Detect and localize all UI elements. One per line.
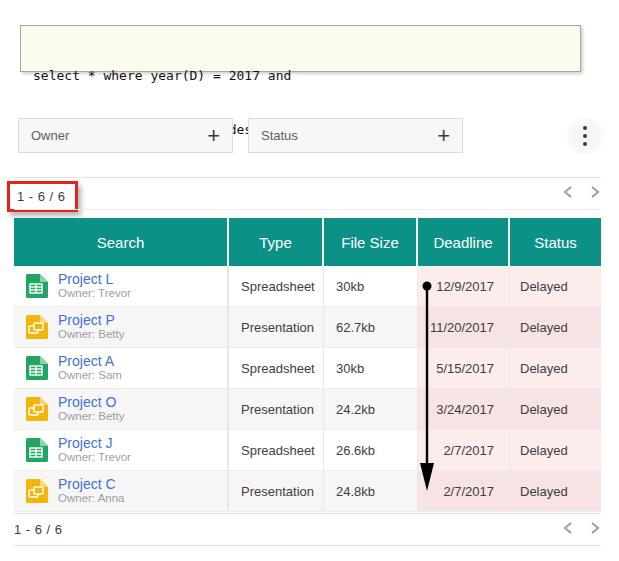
deadline-cell: 12/9/2017 [418,266,510,307]
spreadsheet-icon [23,437,49,463]
query-line-1: select * where year(D) = 2017 and [33,67,568,85]
deadline-cell: 2/7/2017 [418,471,510,512]
chevron-left-icon[interactable] [562,521,573,535]
pagination-controls-bottom [562,521,601,535]
table-row: Project C Owner: Anna Presentation 24.8k… [14,471,601,512]
kebab-menu-button[interactable] [566,117,604,155]
presentation-icon [23,478,49,504]
type-cell: Spreadsheet [229,266,324,307]
type-cell: Spreadsheet [229,430,324,471]
owner-label: Owner: Trevor [58,451,131,464]
presentation-icon [23,314,49,340]
project-link[interactable]: Project O [58,394,124,410]
file-size-cell: 24.8kb [324,471,418,512]
type-cell: Presentation [229,307,324,348]
pagination-controls-top [562,185,601,199]
pagination-range-bottom: 1 - 6 / 6 [14,522,63,537]
kebab-dot [583,142,587,146]
divider [14,177,601,178]
project-link[interactable]: Project J [58,435,131,451]
filter-owner-label: Owner [31,128,69,143]
project-link[interactable]: Project L [58,271,131,287]
status-cell: Delayed [510,430,601,471]
chevron-right-icon[interactable] [590,185,601,199]
table-row: Project P Owner: Betty Presentation 62.7… [14,307,601,348]
status-cell: Delayed [510,471,601,512]
divider [14,545,601,546]
owner-label: Owner: Anna [58,492,124,505]
table-row: Project A Owner: Sam Spreadsheet 30kb 5/… [14,348,601,389]
type-cell: Presentation [229,471,324,512]
header-type[interactable]: Type [229,218,324,266]
project-link[interactable]: Project C [58,476,124,492]
presentation-icon [23,396,49,422]
deadline-cell: 5/15/2017 [418,348,510,389]
status-cell: Delayed [510,307,601,348]
type-cell: Spreadsheet [229,348,324,389]
file-size-cell: 30kb [324,348,418,389]
table-row: Project L Owner: Trevor Spreadsheet 30kb… [14,266,601,307]
kebab-dot [583,134,587,138]
file-size-cell: 26.6kb [324,430,418,471]
spreadsheet-icon [23,273,49,299]
add-filter-icon[interactable]: + [437,125,450,147]
table-row: Project J Owner: Trevor Spreadsheet 26.6… [14,430,601,471]
add-filter-icon[interactable]: + [207,125,220,147]
status-cell: Delayed [510,348,601,389]
status-cell: Delayed [510,389,601,430]
chevron-right-icon[interactable] [590,521,601,535]
kebab-dot [583,126,587,130]
filter-status-label: Status [261,128,298,143]
owner-label: Owner: Betty [58,410,124,423]
annotation-red-box: 1 - 6 / 6 [7,181,78,212]
divider [14,209,601,210]
spreadsheet-icon [23,355,49,381]
status-cell: Delayed [510,266,601,307]
chevron-left-icon[interactable] [562,185,573,199]
table-header-row: Search Type File Size Deadline Status [14,218,601,266]
header-file-size[interactable]: File Size [324,218,418,266]
results-table: Search Type File Size Deadline Status [14,218,601,512]
project-link[interactable]: Project P [58,312,124,328]
project-link[interactable]: Project A [58,353,122,369]
file-size-cell: 30kb [324,266,418,307]
owner-label: Owner: Betty [58,328,124,341]
deadline-cell: 3/24/2017 [418,389,510,430]
header-status[interactable]: Status [510,218,601,266]
filter-owner[interactable]: Owner + [18,118,233,153]
divider [14,513,601,514]
header-search[interactable]: Search [14,218,229,266]
file-size-cell: 62.7kb [324,307,418,348]
deadline-cell: 2/7/2017 [418,430,510,471]
header-deadline[interactable]: Deadline [418,218,510,266]
table-row: Project O Owner: Betty Presentation 24.2… [14,389,601,430]
type-cell: Presentation [229,389,324,430]
owner-label: Owner: Trevor [58,287,131,300]
filter-status[interactable]: Status + [248,118,463,153]
pagination-range-top: 1 - 6 / 6 [17,189,66,204]
deadline-cell: 11/20/2017 [418,307,510,348]
query-code-box: select * where year(D) = 2017 and J = 'D… [20,25,581,72]
owner-label: Owner: Sam [58,369,122,382]
file-size-cell: 24.2kb [324,389,418,430]
